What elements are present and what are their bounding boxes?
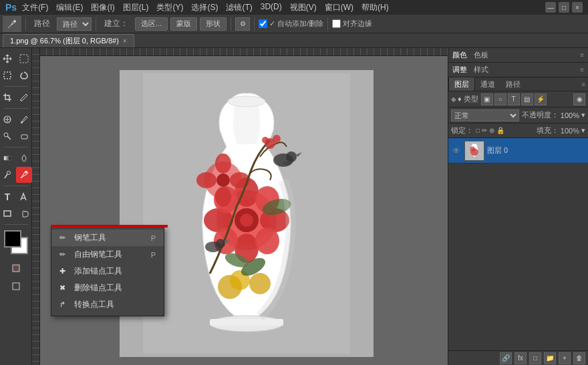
add-style-button[interactable]: fx	[514, 352, 527, 364]
adjustments-tab[interactable]: 调整	[452, 65, 467, 75]
menu-type[interactable]: 类型(Y)	[156, 2, 183, 13]
context-menu[interactable]: ✏ 钢笔工具 P ✏ 自由钢笔工具 P ✚ 添加锚点工具 ✖ 删除锚点工具 ↱ …	[51, 226, 164, 316]
paths-tab[interactable]: 路径	[500, 77, 526, 91]
selection-tool[interactable]	[16, 51, 32, 67]
document-tab[interactable]: 1.png @ 66.7% (图层 0, RGB/8#) ×	[3, 34, 134, 47]
convert-point-icon: ↱	[59, 300, 70, 309]
pen-tool-option[interactable]: ✏ 钢笔工具 P	[51, 230, 164, 246]
fill-chevron[interactable]: ▾	[581, 126, 585, 135]
menu-help[interactable]: 帮助(H)	[361, 2, 389, 13]
svg-point-28	[240, 214, 253, 227]
lasso-tool[interactable]	[16, 67, 32, 83]
blend-mode-select[interactable]: 正常	[451, 109, 519, 121]
pen-tool-key: P	[151, 234, 156, 242]
menu-edit[interactable]: 编辑(E)	[56, 2, 83, 13]
pen-tool-icon[interactable]	[3, 16, 21, 32]
new-group-button[interactable]: 📁	[544, 352, 556, 364]
settings-icon[interactable]: ⚙	[235, 17, 250, 31]
eyedropper-tool[interactable]	[16, 89, 32, 105]
rectangular-marquee-tool[interactable]	[0, 67, 15, 83]
create-mask-button[interactable]: 蒙版	[170, 17, 197, 31]
delete-layer-button[interactable]: 🗑	[573, 352, 585, 364]
maximize-button[interactable]: □	[559, 2, 569, 13]
create-shape-button[interactable]: 形状	[200, 17, 227, 31]
channels-tab[interactable]: 通道	[475, 77, 500, 91]
svg-rect-1	[20, 55, 28, 63]
swatches-tab[interactable]: 色板	[474, 50, 488, 60]
text-tool[interactable]: T	[0, 189, 15, 205]
healing-tool[interactable]	[0, 111, 15, 127]
color-tab[interactable]: 颜色	[452, 50, 467, 60]
filter-btn-1[interactable]: ▣	[481, 93, 493, 105]
lock-position-icon[interactable]: ⊕	[489, 127, 494, 134]
svg-point-39	[273, 135, 281, 143]
eraser-tool[interactable]	[16, 128, 32, 144]
menu-view[interactable]: 视图(V)	[290, 2, 317, 13]
filter-btn-3[interactable]: T	[508, 93, 520, 105]
color-panel-menu[interactable]: ≡	[580, 51, 584, 59]
crop-tool[interactable]	[0, 89, 15, 105]
link-layers-button[interactable]: 🔗	[500, 352, 512, 364]
add-anchor-option[interactable]: ✚ 添加锚点工具	[51, 263, 164, 280]
lock-all-icon[interactable]: 🔒	[496, 127, 504, 134]
pen-tool-side[interactable]	[16, 167, 32, 183]
menu-filter[interactable]: 滤镜(T)	[226, 2, 252, 13]
lock-row: 锁定： □ ✏ ⊕ 🔒 填充： 100% ▾	[448, 123, 588, 138]
delete-anchor-option[interactable]: ✖ 删除锚点工具	[51, 280, 164, 296]
create-selection-button[interactable]: 选区...	[135, 17, 168, 31]
minimize-button[interactable]: —	[545, 2, 556, 13]
move-tool[interactable]	[0, 51, 15, 67]
layer-thumbnail	[464, 141, 484, 161]
styles-tab[interactable]: 样式	[474, 65, 488, 75]
lock-transparent-icon[interactable]: □	[476, 127, 480, 134]
filter-btn-2[interactable]: ○	[494, 93, 506, 105]
path-select[interactable]: 路径	[30, 17, 54, 31]
hand-tool[interactable]	[16, 206, 32, 222]
align-edges-checkbox[interactable]: 对齐边缘	[332, 19, 372, 29]
brush-tool[interactable]	[16, 111, 32, 127]
clone-stamp-tool[interactable]	[0, 128, 15, 144]
tab-close-button[interactable]: ×	[123, 37, 127, 45]
menu-file[interactable]: 文件(F)	[22, 2, 48, 13]
filter-toggle[interactable]: ◉	[573, 93, 585, 105]
layer-item-0[interactable]: 👁 图层 0	[448, 138, 588, 163]
close-button[interactable]: ×	[572, 2, 583, 13]
layers-panel-menu[interactable]: ≡	[579, 81, 588, 88]
layer-name: 图层 0	[487, 145, 585, 155]
auto-add-delete-checkbox[interactable]: ✓ 自动添加/删除	[259, 19, 323, 29]
path-selection-tool[interactable]	[16, 189, 32, 205]
tool-pair-heal	[0, 111, 32, 127]
svg-point-6	[21, 121, 23, 123]
foreground-color[interactable]	[4, 230, 21, 248]
opacity-chevron[interactable]: ▾	[581, 111, 585, 119]
rectangle-tool[interactable]	[0, 206, 15, 222]
freeform-pen-option[interactable]: ✏ 自由钢笔工具 P	[51, 246, 164, 263]
screen-mode-button[interactable]	[8, 278, 24, 294]
filter-btn-4[interactable]: ▤	[521, 93, 533, 105]
menu-select[interactable]: 选择(S)	[191, 2, 218, 13]
blur-tool[interactable]	[16, 150, 32, 166]
convert-point-option[interactable]: ↱ 转换点工具	[51, 296, 164, 313]
menu-layer[interactable]: 图层(L)	[123, 2, 149, 13]
path-dropdown[interactable]: 路径	[57, 17, 92, 31]
filter-btn-5[interactable]: ⚡	[535, 93, 547, 105]
gradient-tool[interactable]	[0, 150, 15, 166]
menu-window[interactable]: 窗口(W)	[325, 2, 353, 13]
window-controls[interactable]: — □ ×	[545, 2, 583, 13]
toggle-filter-button[interactable]: ◉	[573, 93, 585, 105]
dodge-tool[interactable]	[0, 167, 15, 183]
add-mask-button[interactable]: □	[529, 352, 541, 364]
quick-mask-tool[interactable]	[8, 260, 24, 276]
svg-rect-8	[21, 135, 27, 139]
layer-visibility-toggle[interactable]: 👁	[451, 145, 462, 156]
new-layer-button[interactable]: +	[559, 352, 571, 364]
menu-image[interactable]: 图像(I)	[91, 2, 114, 13]
menu-3d[interactable]: 3D(D)	[261, 2, 282, 13]
tool-separator-2	[4, 108, 28, 109]
layers-panel: 图层 通道 路径 ≡ ◆ ♦ 类型 ▣ ○ T ▤ ⚡ ◉	[448, 77, 588, 365]
freeform-pen-key: P	[151, 251, 156, 259]
lock-image-icon[interactable]: ✏	[482, 127, 487, 134]
separator-5	[327, 17, 328, 31]
layers-tab[interactable]: 图层	[448, 77, 475, 91]
adjustments-panel-menu[interactable]: ≡	[580, 66, 584, 73]
